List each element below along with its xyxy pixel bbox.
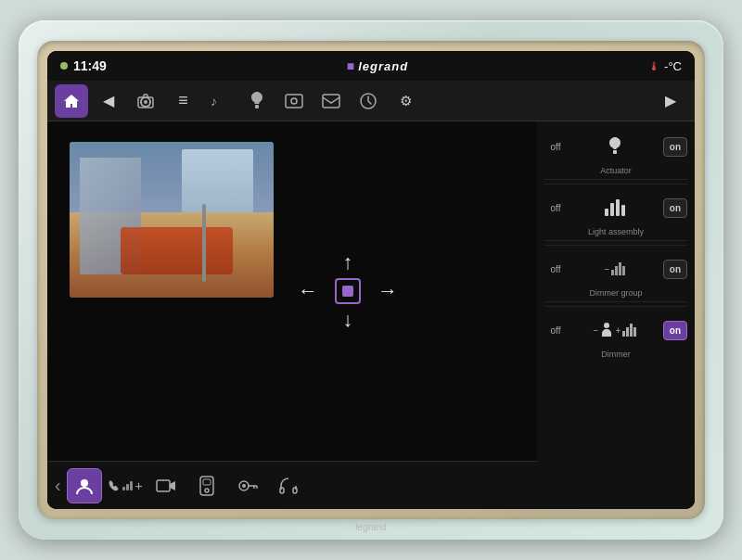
outer-frame: 11:49 ■ legrand 🌡 -°C ◀ [19,20,723,540]
svg-rect-5 [286,95,302,108]
arrow-up[interactable]: ↑ [343,250,353,274]
camera-interior [70,142,274,298]
nav-mail[interactable] [314,84,348,118]
arrow-right[interactable]: → [377,279,398,303]
time-display: 11:49 [73,58,107,73]
navigation-arrows: ↑ ← → ↓ [298,250,398,332]
status-time: 11:49 [60,58,107,73]
arrow-left[interactable]: ← [298,279,318,303]
bottom-bar: ‹ [47,461,537,509]
light-assembly-row: off on [544,188,687,227]
actuator-off-label: off [544,142,567,152]
actuator-group: off on Actuator [544,127,687,185]
nav-center-button[interactable] [335,278,361,304]
svg-rect-10 [157,480,170,491]
dimmer-minus[interactable]: − [594,325,599,336]
inner-frame: 11:49 ■ legrand 🌡 -°C ◀ [37,41,705,519]
status-indicator [60,62,68,70]
svg-point-15 [242,484,246,488]
dimmer-group-minus[interactable]: − [604,264,609,274]
dimmer-icon: − + [570,322,659,338]
dimmer-plus[interactable]: + [615,325,620,336]
nav-center-dot [342,286,353,297]
svg-text:♪: ♪ [211,94,217,108]
screen: 11:49 ■ legrand 🌡 -°C ◀ [47,51,695,509]
actuator-row: off on [544,127,687,166]
svg-point-13 [205,489,209,492]
temp-value: -°C [664,59,682,73]
nav-clock[interactable] [352,84,385,118]
svg-rect-4 [255,105,259,108]
status-bar: 11:49 ■ legrand 🌡 -°C [47,51,695,81]
nav-home[interactable] [55,84,88,118]
thermometer-icon: 🌡 [648,59,660,73]
dimmer-label: Dimmer [544,350,687,363]
nav-photo[interactable] [277,84,311,118]
content-area: ↑ ← → ↓ ‹ [47,121,695,509]
actuator-on-button[interactable]: on [663,137,687,157]
svg-rect-12 [203,479,211,485]
bottom-contacts[interactable] [67,468,102,503]
dimmer-on-button[interactable]: on [663,321,687,340]
nav-lamp[interactable] [240,84,274,118]
brand-display: ■ legrand [347,58,408,73]
bottom-phone[interactable]: + [108,468,143,503]
dimmer-group-off-label: off [544,264,567,274]
dimmer-row: off − + [544,311,687,350]
svg-point-6 [291,98,297,104]
nav-music[interactable]: ♪ [203,84,237,118]
nav-camera[interactable] [129,84,162,118]
bottom-headset[interactable] [271,468,306,503]
brand-name: legrand [358,59,408,73]
light-assembly-label: Light assembly [544,227,687,241]
dimmer-group-group: off − on [544,249,687,307]
light-assembly-off-label: off [544,203,567,213]
bottom-video[interactable] [148,468,184,503]
light-assembly-on-button[interactable]: on [663,198,687,218]
right-panel: off on Actuator off [537,121,695,509]
brand-icon: ■ [347,58,354,73]
main-area: ↑ ← → ↓ ‹ [47,121,537,509]
nav-settings[interactable]: ⚙ [389,84,422,118]
svg-point-9 [81,479,88,487]
bottom-key[interactable] [230,468,265,503]
light-assembly-icon [570,199,659,216]
dimmer-group-icon: − [570,262,659,275]
nav-play[interactable]: ▶ [654,84,687,118]
dimmer-group-on-button[interactable]: on [663,260,687,279]
nav-bar: ◀ ≡ ♪ ⚙ [47,81,695,121]
bottom-intercom[interactable] [189,468,224,503]
nav-layers[interactable]: ≡ [166,84,199,118]
dimmer-group-row: off − on [544,249,687,288]
watermark: legrand [355,522,386,532]
svg-point-1 [144,100,147,104]
temperature-display: 🌡 -°C [648,59,682,73]
dimmer-group-container: off − + [544,311,687,364]
arrow-down[interactable]: ↓ [343,308,353,332]
svg-rect-17 [293,488,297,493]
camera-feed [70,142,274,298]
light-assembly-group: off on [544,188,687,246]
svg-rect-7 [323,95,339,108]
svg-point-19 [604,323,609,328]
actuator-label: Actuator [544,166,687,180]
dimmer-group-label: Dimmer group [544,288,687,302]
svg-rect-18 [613,150,617,154]
scroll-left-button[interactable]: ‹ [55,475,61,496]
nav-back[interactable]: ◀ [92,84,125,118]
actuator-icon [570,136,659,157]
dimmer-off-label: off [544,325,567,336]
svg-rect-16 [280,488,284,493]
